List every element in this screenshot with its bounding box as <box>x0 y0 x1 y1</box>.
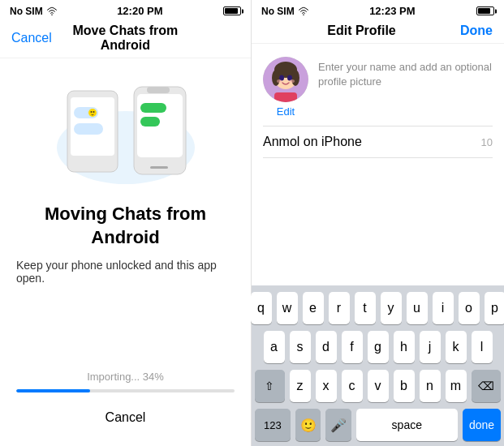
svg-point-19 <box>272 70 280 86</box>
left-nav: Cancel Move Chats from Android <box>0 20 251 58</box>
moving-subtitle: Keep your phone unlocked and this app op… <box>16 259 235 285</box>
svg-rect-11 <box>147 87 170 93</box>
svg-point-8 <box>93 111 94 113</box>
keyboard-row-3: ⇧ z x c v b n m ⌫ <box>255 370 501 402</box>
phones-illustration <box>45 75 207 188</box>
svg-rect-14 <box>150 166 168 169</box>
left-status-left: No SIM <box>10 6 57 17</box>
numbers-key[interactable]: 123 <box>255 409 291 441</box>
key-b[interactable]: b <box>394 370 415 402</box>
svg-point-24 <box>290 79 295 83</box>
right-status-bar: No SIM 12:23 PM <box>252 0 504 20</box>
key-f[interactable]: f <box>342 331 363 363</box>
right-carrier: No SIM <box>261 6 295 17</box>
done-button[interactable]: Done <box>460 24 493 38</box>
left-carrier: No SIM <box>10 6 43 17</box>
right-panel: No SIM 12:23 PM Edit Profile Done <box>252 0 504 446</box>
shift-key[interactable]: ⇧ <box>255 370 285 402</box>
right-status-right <box>476 6 494 15</box>
keyboard: q w e r t y u i o p a s d f g h j k l ⇧ … <box>252 285 504 446</box>
key-v[interactable]: v <box>368 370 389 402</box>
left-content: Moving Chats from Android Keep your phon… <box>0 58 251 446</box>
svg-point-0 <box>51 14 53 15</box>
keyboard-row-1: q w e r t y u i o p <box>255 292 501 324</box>
key-x[interactable]: x <box>316 370 337 402</box>
space-key[interactable]: space <box>356 409 458 441</box>
keyboard-done-key[interactable]: done <box>463 409 501 441</box>
keyboard-row-4: 123 🙂 🎤 space done <box>255 409 501 441</box>
avatar-edit-label[interactable]: Edit <box>277 105 295 118</box>
right-time: 12:23 PM <box>369 5 415 17</box>
progress-bar-fill <box>16 389 90 392</box>
name-input[interactable] <box>263 135 475 149</box>
profile-desc: Enter your name and add an optional prof… <box>318 57 493 89</box>
avatar-container: Edit <box>263 57 308 118</box>
svg-rect-25 <box>274 92 297 102</box>
phones-svg <box>45 75 207 188</box>
right-battery-icon <box>476 6 494 15</box>
left-time: 12:20 PM <box>117 5 162 17</box>
right-wifi-icon <box>299 6 308 16</box>
key-y[interactable]: y <box>381 292 402 324</box>
emoji-key[interactable]: 🙂 <box>295 409 321 441</box>
right-status-left: No SIM <box>261 6 308 17</box>
avatar <box>263 57 308 102</box>
key-g[interactable]: g <box>368 331 389 363</box>
svg-point-7 <box>90 111 92 113</box>
key-p[interactable]: p <box>485 292 505 324</box>
svg-rect-13 <box>140 117 160 127</box>
key-o[interactable]: o <box>459 292 480 324</box>
progress-label: Importing... 34% <box>16 371 235 383</box>
svg-point-20 <box>291 70 299 86</box>
keyboard-row-2: a s d f g h j k l <box>255 331 501 363</box>
svg-point-6 <box>88 109 97 117</box>
key-q[interactable]: q <box>251 292 272 324</box>
moving-title: Moving Chats from Android <box>16 203 235 249</box>
key-e[interactable]: e <box>303 292 324 324</box>
key-i[interactable]: i <box>433 292 454 324</box>
right-nav-title: Edit Profile <box>263 24 460 38</box>
key-m[interactable]: m <box>446 370 467 402</box>
key-c[interactable]: c <box>342 370 363 402</box>
svg-point-15 <box>303 14 304 15</box>
left-nav-title: Move Chats from Android <box>52 24 199 53</box>
mic-key[interactable]: 🎤 <box>325 409 351 441</box>
svg-rect-12 <box>140 103 166 113</box>
key-a[interactable]: a <box>264 331 285 363</box>
backspace-key[interactable]: ⌫ <box>472 370 502 402</box>
left-battery-icon <box>223 6 241 15</box>
left-cancel-button[interactable]: Cancel <box>16 405 235 430</box>
left-status-bar: No SIM 12:20 PM <box>0 0 251 20</box>
key-j[interactable]: j <box>420 331 441 363</box>
right-nav: Edit Profile Done <box>252 20 504 44</box>
progress-section: Importing... 34% Cancel <box>16 371 235 438</box>
key-n[interactable]: n <box>420 370 441 402</box>
name-input-row: 10 <box>263 126 493 158</box>
key-l[interactable]: l <box>472 331 493 363</box>
cancel-button[interactable]: Cancel <box>11 31 52 45</box>
key-z[interactable]: z <box>290 370 311 402</box>
svg-rect-5 <box>74 123 103 135</box>
char-count: 10 <box>481 136 493 148</box>
key-s[interactable]: s <box>290 331 311 363</box>
key-k[interactable]: k <box>446 331 467 363</box>
wifi-icon <box>47 6 57 16</box>
key-u[interactable]: u <box>407 292 428 324</box>
key-t[interactable]: t <box>355 292 376 324</box>
profile-section: Edit Enter your name and add an optional… <box>252 44 504 126</box>
progress-bar-bg <box>16 389 235 392</box>
left-status-right <box>223 6 241 15</box>
key-d[interactable]: d <box>316 331 337 363</box>
svg-point-23 <box>277 79 282 83</box>
key-h[interactable]: h <box>394 331 415 363</box>
key-r[interactable]: r <box>329 292 350 324</box>
key-w[interactable]: w <box>277 292 298 324</box>
left-panel: No SIM 12:20 PM Cancel Move Chats from A… <box>0 0 252 446</box>
